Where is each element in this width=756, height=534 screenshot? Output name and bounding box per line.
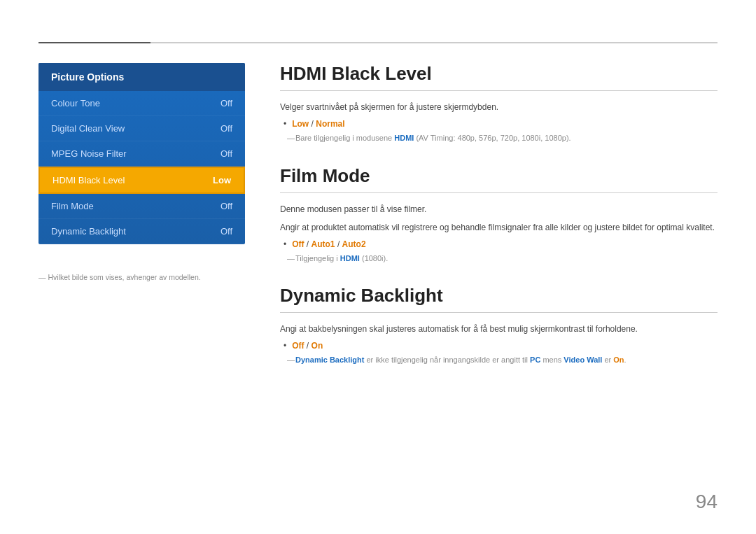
option-off-film: Off xyxy=(292,239,304,249)
sidebar-item-label: Colour Tone xyxy=(51,98,100,108)
main-content: HDMI Black Level Velger svartnivået på s… xyxy=(280,63,718,387)
option-off-dynamic: Off xyxy=(292,341,304,351)
note-dynamic-backlight: Dynamic Backlight er ikke tilgjengelig n… xyxy=(287,354,718,366)
highlight-hdmi: HDMI xyxy=(394,134,414,142)
highlight-on: On xyxy=(613,356,624,364)
bullet-off-on: Off / On xyxy=(284,341,718,351)
bullet-off-auto: Off / Auto1 / Auto2 xyxy=(284,239,718,249)
sidebar-item-label: Dynamic Backlight xyxy=(51,226,126,237)
sidebar-header: Picture Options xyxy=(38,63,245,91)
sidebar-item-colour-tone[interactable]: Colour Tone Off xyxy=(38,91,245,116)
section-desc-film-mode-1: Denne modusen passer til å vise filmer. xyxy=(280,203,718,216)
note-hdmi: Bare tilgjengelig i modusene HDMI (AV Ti… xyxy=(287,132,718,144)
sidebar-item-mpeg-noise-filter[interactable]: MPEG Noise Filter Off xyxy=(38,141,245,167)
note-film-mode: Tilgjengelig i HDMI (1080i). xyxy=(287,253,718,265)
option-normal: Normal xyxy=(316,119,344,129)
section-title-film-mode: Film Mode xyxy=(280,165,718,193)
sidebar-item-digital-clean-view[interactable]: Digital Clean View Off xyxy=(38,116,245,141)
sidebar-item-value: Off xyxy=(220,148,232,159)
highlight-hdmi-film: HDMI xyxy=(340,254,360,262)
bullet-low-normal: Low / Normal xyxy=(284,119,718,129)
option-auto1: Auto1 xyxy=(312,239,335,249)
sidebar-menu: Picture Options Colour Tone Off Digital … xyxy=(38,63,245,244)
page-number: 94 xyxy=(696,491,718,513)
option-on: On xyxy=(312,341,323,351)
sidebar-item-value: Low xyxy=(213,175,231,185)
sidebar-item-hdmi-black-level[interactable]: HDMI Black Level Low xyxy=(38,167,245,194)
option-low: Low xyxy=(292,119,309,129)
sidebar-item-value: Off xyxy=(220,226,232,237)
top-divider xyxy=(38,42,718,43)
section-title-dynamic-backlight: Dynamic Backlight xyxy=(280,285,718,313)
sidebar-item-value: Off xyxy=(220,98,232,108)
section-desc-film-mode-2: Angir at produktet automatisk vil regist… xyxy=(280,221,718,234)
section-hdmi-black-level: HDMI Black Level Velger svartnivået på s… xyxy=(280,63,718,144)
sidebar-note: ― Hvilket bilde som vises, avhenger av m… xyxy=(38,273,201,281)
sidebar-item-label: MPEG Noise Filter xyxy=(51,148,127,159)
section-desc-dynamic-backlight: Angi at bakbelysningen skal justeres aut… xyxy=(280,323,718,335)
sidebar-item-label: HDMI Black Level xyxy=(52,175,125,185)
section-desc-hdmi: Velger svartnivået på skjermen for å jus… xyxy=(280,101,718,113)
sidebar-item-label: Digital Clean View xyxy=(51,123,125,134)
bullet-text: Low / Normal xyxy=(292,119,344,129)
sidebar-item-label: Film Mode xyxy=(51,201,94,211)
highlight-videowall: Video Wall xyxy=(564,356,602,364)
option-auto2: Auto2 xyxy=(342,239,366,249)
section-film-mode: Film Mode Denne modusen passer til å vis… xyxy=(280,165,718,265)
section-dynamic-backlight: Dynamic Backlight Angi at bakbelysningen… xyxy=(280,285,718,366)
bullet-text: Off / On xyxy=(292,341,323,351)
sidebar-item-film-mode[interactable]: Film Mode Off xyxy=(38,194,245,219)
sidebar-item-dynamic-backlight[interactable]: Dynamic Backlight Off xyxy=(38,219,245,244)
bullet-text: Off / Auto1 / Auto2 xyxy=(292,239,365,249)
sidebar-item-value: Off xyxy=(220,123,232,134)
highlight-pc: PC xyxy=(530,356,540,364)
sidebar-item-value: Off xyxy=(220,201,232,211)
highlight-dynamic-backlight: Dynamic Backlight xyxy=(295,356,364,364)
section-title-hdmi: HDMI Black Level xyxy=(280,63,718,91)
